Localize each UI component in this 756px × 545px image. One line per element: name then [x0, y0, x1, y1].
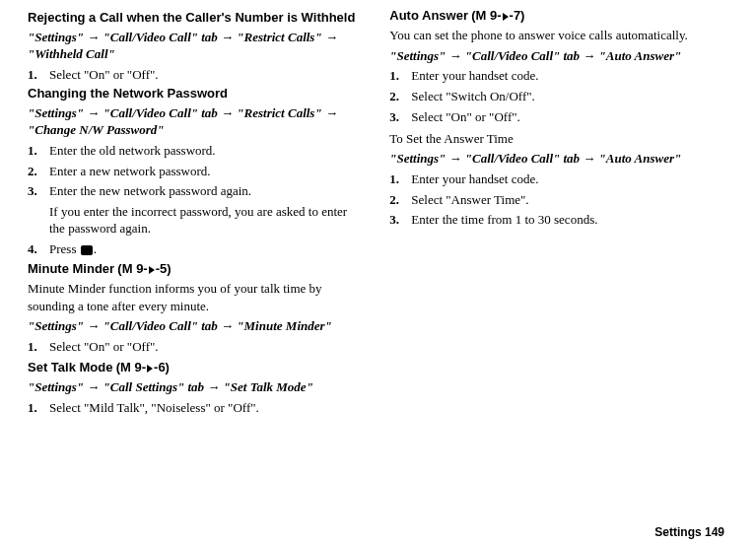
steps-answer-time: Enter your handset code. Select "Answer …: [389, 170, 725, 229]
heading-auto-wrap: Auto Answer (M 9--7): [389, 8, 725, 24]
step-text: Enter the new network password again.: [49, 183, 251, 198]
list-item: Enter your handset code.: [389, 67, 725, 85]
page-footer: Settings 149: [654, 525, 724, 539]
key-icon: [81, 245, 93, 255]
path-talk: "Settings" → "Call Settings" tab → "Set …: [28, 379, 364, 396]
step-note: If you enter the incorrect password, you…: [49, 203, 364, 238]
heading-minute-wrap: Minute Minder (M 9--5): [28, 261, 364, 277]
heading-talk-wrap: Set Talk Mode (M 9--6): [28, 360, 364, 375]
desc-minute: Minute Minder function informs you of yo…: [28, 280, 364, 314]
mcode-talk: (M 9--6): [116, 360, 170, 375]
step-text: Press: [49, 241, 80, 256]
list-item: Select "On" or "Off".: [28, 338, 364, 356]
path-rejecting: "Settings" → "Call/Video Call" tab → "Re…: [28, 30, 364, 63]
path-auto: "Settings" → "Call/Video Call" tab → "Au…: [389, 48, 725, 65]
list-item: Enter the old network password.: [28, 142, 364, 160]
mcode-post: -5): [156, 261, 172, 276]
mcode-pre: (M 9-: [116, 360, 146, 375]
heading-minute: Minute Minder: [28, 261, 114, 276]
heading-rejecting: Rejecting a Call when the Caller's Numbe…: [28, 11, 364, 26]
triangle-icon: [147, 365, 153, 373]
heading-answer-time: To Set the Answer Time: [389, 131, 725, 147]
mcode-post: -7): [510, 8, 525, 23]
list-item: Enter your handset code.: [389, 170, 725, 188]
list-item: Press .: [28, 240, 364, 258]
mcode-pre: (M 9-: [471, 8, 501, 23]
mcode-pre: (M 9-: [117, 261, 147, 276]
right-column: Auto Answer (M 9--7) You can set the pho…: [389, 8, 725, 543]
path-changing: "Settings" → "Call/Video Call" tab → "Re…: [28, 105, 364, 139]
list-item: Select "Switch On/Off".: [389, 88, 725, 105]
mcode-auto: (M 9--7): [471, 8, 524, 23]
triangle-icon: [503, 13, 509, 21]
mcode-post: -6): [154, 360, 170, 375]
left-column: Rejecting a Call when the Caller's Numbe…: [28, 8, 364, 543]
list-item: Select "On" or "Off".: [389, 108, 725, 126]
mcode-minute: (M 9--5): [117, 261, 171, 276]
steps-changing: Enter the old network password. Enter a …: [28, 142, 364, 257]
page: Rejecting a Call when the Caller's Numbe…: [0, 0, 756, 545]
list-item: Enter the new network password again. If…: [28, 182, 364, 238]
heading-talk: Set Talk Mode: [28, 360, 112, 375]
heading-auto: Auto Answer: [389, 8, 468, 23]
heading-changing: Changing the Network Password: [28, 87, 364, 102]
list-item: Enter the time from 1 to 30 seconds.: [389, 211, 725, 229]
path-answer-time: "Settings" → "Call/Video Call" tab → "Au…: [389, 151, 725, 168]
triangle-icon: [149, 266, 155, 274]
list-item: Select "Mild Talk", "Noiseless" or "Off"…: [28, 399, 364, 417]
path-minute: "Settings" → "Call/Video Call" tab → "Mi…: [28, 318, 364, 335]
desc-auto: You can set the phone to answer voice ca…: [389, 27, 725, 44]
steps-talk: Select "Mild Talk", "Noiseless" or "Off"…: [28, 399, 364, 417]
steps-rejecting: Select "On" or "Off".: [28, 66, 364, 84]
list-item: Select "On" or "Off".: [28, 66, 364, 84]
list-item: Enter a new network password.: [28, 163, 364, 180]
steps-minute: Select "On" or "Off".: [28, 338, 364, 356]
list-item: Select "Answer Time".: [389, 191, 725, 209]
steps-auto: Enter your handset code. Select "Switch …: [389, 67, 725, 125]
step-suffix: .: [94, 241, 97, 256]
